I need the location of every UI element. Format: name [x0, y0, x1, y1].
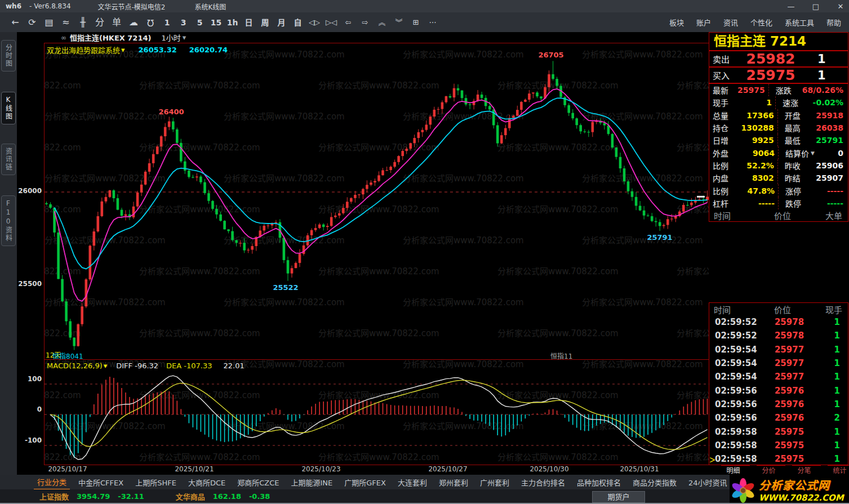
- next-page-icon[interactable]: ⇨: [357, 14, 374, 31]
- chevron-down-icon[interactable]: ▾: [104, 362, 108, 370]
- tick-qty: 1: [812, 440, 848, 451]
- axis-label: 26000: [17, 187, 42, 195]
- exchange-tab-大连套利[interactable]: 大连套利: [394, 475, 430, 489]
- column-header: 时间: [709, 304, 759, 315]
- period-button-1[interactable]: 1: [159, 14, 175, 31]
- period-button-1h[interactable]: 1h: [224, 14, 241, 31]
- menu-item-个性化[interactable]: 个性化: [750, 17, 772, 28]
- exchange-tab-上期所SHFE[interactable]: 上期所SHFE: [132, 475, 180, 489]
- refresh-icon[interactable]: ⟳: [24, 14, 41, 31]
- field-label: 最高: [785, 122, 801, 133]
- sidebar-tab-分时图[interactable]: 分时图: [1, 40, 16, 72]
- sidebar-tab-资讯链[interactable]: 资讯链: [1, 144, 16, 175]
- menu-item-资讯[interactable]: 资讯: [723, 17, 738, 28]
- exchange-tab-上期能源INE[interactable]: 上期能源INE: [288, 475, 336, 489]
- order-ticket-icon[interactable]: 单: [108, 14, 125, 31]
- sidebar-tab-K线图[interactable]: K线图: [1, 92, 16, 124]
- link-icon[interactable]: ∞: [61, 34, 66, 42]
- back-icon[interactable]: ←: [7, 14, 24, 31]
- axis-label: 100: [17, 375, 42, 383]
- exchange-tab-品种加权排名[interactable]: 品种加权排名: [574, 475, 624, 489]
- period-button-15[interactable]: 15: [208, 14, 224, 31]
- connection-node-label[interactable]: 文华云节点-模拟电信2: [98, 2, 166, 11]
- exchange-tab-郑州套利[interactable]: 郑州套利: [435, 475, 472, 489]
- index-value: 3954.79: [77, 492, 110, 501]
- exchange-tab-主力合约排名[interactable]: 主力合约排名: [518, 475, 568, 489]
- menu-item-帮助[interactable]: 帮助: [826, 17, 841, 28]
- close-button[interactable]: ✕: [835, 2, 846, 11]
- field-label: 开盘: [777, 109, 816, 122]
- indicator-value-2: 26020.74: [189, 46, 228, 54]
- more-tools-icon[interactable]: ⋯: [424, 14, 441, 31]
- period-button-月[interactable]: 月: [273, 14, 290, 31]
- period-button-周[interactable]: 周: [257, 14, 273, 31]
- bid-qty: 1: [817, 69, 826, 82]
- menu-item-板块[interactable]: 板块: [669, 17, 684, 28]
- indicator-selector[interactable]: 双龙出海趋势跟踪系统: [47, 44, 120, 55]
- quote-field-row: 总量17366开盘25918: [709, 109, 848, 122]
- macd-label-bar: MACD(12,26,9) ▾ DIFF -96.32 DEA -107.33 …: [47, 362, 245, 370]
- candlestick-chart[interactable]: 26400267052552225791: [45, 43, 709, 359]
- field-label: 内盘: [709, 172, 740, 184]
- commodity-change: -0.38: [249, 492, 270, 501]
- field-label: 昨收: [785, 160, 801, 171]
- exchange-tab-行业分类[interactable]: 行业分类: [34, 474, 70, 490]
- maximize-button[interactable]: □: [811, 2, 821, 11]
- field-label: 涨停: [785, 185, 801, 197]
- chevron-down-icon[interactable]: ▼: [811, 150, 815, 156]
- view-title[interactable]: 系统K线图: [195, 2, 226, 11]
- prev-page-icon[interactable]: ⇦: [340, 14, 357, 31]
- tick-row: 02:59:52259781: [709, 329, 848, 342]
- indicator-bar: 双龙出海趋势跟踪系统 ▾ 26053.32 26020.74: [47, 44, 228, 55]
- expand-bars-icon[interactable]: ▷◁: [323, 14, 340, 31]
- tick-row: 02:59:54259771: [709, 356, 848, 370]
- exchange-tab-中金所CFFEX[interactable]: 中金所CFFEX: [75, 475, 127, 489]
- tick-time: 02:59:56: [709, 399, 767, 409]
- minimize-button[interactable]: —: [786, 2, 796, 11]
- field-value: -0.02%: [813, 98, 848, 107]
- period-button-日[interactable]: 日: [241, 14, 257, 31]
- alert-bell-icon[interactable]: Ω: [142, 14, 159, 31]
- macd-selector[interactable]: MACD(12,26,9): [47, 362, 103, 370]
- add-indicator-icon[interactable]: ⊞: [407, 14, 424, 31]
- scroll-down-icon[interactable]: ︾: [390, 14, 407, 31]
- period-button-5[interactable]: 5: [192, 14, 208, 31]
- period-selector[interactable]: 1小时: [161, 32, 180, 43]
- ask-row[interactable]: 卖出 25982 1: [709, 51, 848, 67]
- exchange-tab-广州套利[interactable]: 广州套利: [477, 475, 513, 489]
- settlement-dropdown[interactable]: 结算价▼: [778, 146, 817, 159]
- period-label: 1小时: [161, 34, 180, 42]
- macd-chart[interactable]: [45, 359, 709, 465]
- period-button-自[interactable]: 自: [290, 14, 306, 31]
- index-label[interactable]: 上证指数: [39, 491, 69, 502]
- svg-text:26705: 26705: [538, 51, 563, 59]
- exchange-tab-郑商所CZCE[interactable]: 郑商所CZCE: [234, 475, 282, 489]
- tick-time: 02:59:58: [709, 440, 767, 451]
- menu-item-账户[interactable]: 账户: [696, 17, 711, 28]
- big-order-list-empty: [709, 222, 848, 302]
- symbol-title[interactable]: 恒指主连(HKEX 7214): [70, 32, 151, 43]
- compress-bars-icon[interactable]: ◁▷: [306, 14, 323, 31]
- futures-account-button[interactable]: 期货户: [592, 491, 645, 503]
- timeline-chart-icon[interactable]: ≈: [57, 14, 74, 31]
- field-value: 25975: [735, 86, 768, 95]
- quote-field-row: 杠杆-----跌停-----: [709, 197, 848, 209]
- chevron-down-icon[interactable]: ▾: [183, 33, 186, 42]
- sidebar-tab-F10资料[interactable]: F10资料: [1, 195, 16, 246]
- bid-row[interactable]: 买入 25975 1: [709, 67, 848, 83]
- cloud-icon[interactable]: ☁: [125, 14, 142, 31]
- quote-list-icon[interactable]: ▤: [41, 14, 57, 31]
- kline-chart-icon[interactable]: ╫: [74, 14, 91, 31]
- tick-chart-icon[interactable]: 分: [91, 14, 108, 31]
- scroll-up-icon[interactable]: ︽: [374, 14, 390, 31]
- commodity-label[interactable]: 文华商品: [176, 491, 205, 502]
- tick-row: 02:59:52259781: [709, 315, 848, 329]
- exchange-tab-广期所GFEX[interactable]: 广期所GFEX: [341, 475, 389, 489]
- chevron-down-icon[interactable]: ▾: [121, 46, 125, 54]
- period-button-3[interactable]: 3: [175, 14, 192, 31]
- exchange-tab-大商所DCE[interactable]: 大商所DCE: [185, 475, 229, 489]
- exchange-tab-24小时资讯[interactable]: 24小时资讯: [685, 475, 731, 489]
- menu-item-系统工具[interactable]: 系统工具: [785, 17, 814, 28]
- tick-price: 25977: [767, 358, 812, 368]
- exchange-tab-商品分类指数[interactable]: 商品分类指数: [629, 475, 680, 489]
